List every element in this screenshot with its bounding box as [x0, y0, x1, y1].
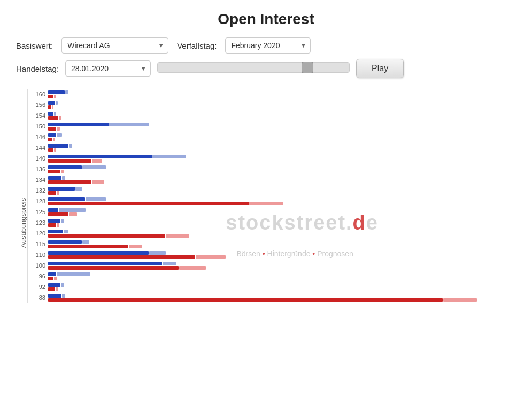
price-label: 150 — [28, 123, 48, 130]
red-bar — [48, 245, 128, 248]
red-bar — [48, 180, 91, 184]
price-label: 88 — [28, 294, 48, 301]
bars-container — [48, 239, 516, 249]
chart-area: Ausübungspreis 1601561541501461441401361… — [16, 89, 516, 356]
verfallstag-select-wrapper: February 2020 ▼ — [225, 37, 311, 54]
table-row: 128 — [28, 196, 516, 207]
basiswert-select[interactable]: Wirecard AG — [61, 37, 168, 54]
bars-container — [48, 153, 516, 164]
red-bar — [48, 116, 58, 120]
table-row: 92 — [28, 281, 516, 292]
blue-bar — [48, 283, 60, 287]
red-light-bar — [59, 116, 61, 120]
blue-light-bar — [86, 197, 106, 201]
blue-bar — [48, 144, 68, 148]
blue-light-bar — [109, 123, 149, 126]
blue-light-bar — [149, 251, 166, 255]
blue-light-bar — [56, 101, 58, 105]
bars-container — [48, 164, 516, 174]
bars-container — [48, 89, 516, 100]
table-row: 154 — [28, 110, 516, 121]
red-bar — [48, 191, 56, 195]
blue-bar — [48, 112, 53, 116]
bars-container — [48, 271, 516, 281]
red-light-bar — [179, 266, 206, 270]
price-label: 115 — [28, 241, 48, 247]
blue-bar — [48, 165, 82, 169]
red-bar — [48, 223, 56, 227]
chart-inner: 1601561541501461441401361341321281251231… — [27, 89, 516, 356]
blue-light-bar — [64, 230, 68, 233]
play-button[interactable]: Play — [356, 59, 404, 78]
blue-light-bar — [62, 294, 65, 298]
blue-light-bar — [163, 262, 176, 265]
red-bar — [48, 159, 91, 163]
red-bar — [48, 170, 60, 173]
red-bar — [48, 234, 165, 238]
blue-bar — [48, 294, 61, 298]
price-label: 154 — [28, 112, 48, 119]
red-bar — [48, 212, 68, 216]
red-bar — [48, 138, 52, 141]
price-label: 132 — [28, 187, 48, 194]
timeline-slider[interactable] — [157, 62, 350, 73]
basiswert-label: Basiswert: — [16, 41, 53, 50]
bars-container — [48, 121, 516, 132]
table-row: 115 — [28, 239, 516, 249]
bars-container — [48, 260, 516, 271]
verfallstag-select[interactable]: February 2020 — [225, 37, 311, 54]
blue-light-bar — [61, 283, 64, 287]
red-bar — [48, 127, 56, 131]
table-row: 123 — [28, 217, 516, 228]
controls-row-1: Basiswert: Wirecard AG ▼ Verfallstag: Fe… — [16, 37, 516, 54]
blue-bar — [48, 240, 82, 244]
table-row: 96 — [28, 271, 516, 281]
blue-bar — [48, 262, 162, 265]
blue-light-bar — [82, 240, 89, 244]
blue-bar — [48, 230, 63, 233]
red-light-bar — [54, 277, 57, 280]
blue-light-bar — [152, 155, 186, 158]
red-light-bar — [443, 298, 477, 302]
blue-light-bar — [69, 144, 72, 148]
bars-container — [48, 132, 516, 142]
red-bar — [48, 95, 53, 98]
table-row: 136 — [28, 164, 516, 174]
blue-light-bar — [57, 272, 90, 276]
bars-container — [48, 196, 516, 207]
table-row: 132 — [28, 185, 516, 196]
table-row: 125 — [28, 207, 516, 217]
verfallstag-label: Verfallstag: — [177, 41, 217, 50]
handelstag-select[interactable]: 28.01.2020 — [65, 60, 151, 77]
table-row: 150 — [28, 121, 516, 132]
table-row: 146 — [28, 132, 516, 142]
bars-container — [48, 292, 516, 303]
red-light-bar — [61, 170, 64, 173]
blue-bar — [48, 176, 61, 180]
table-row: 100 — [28, 260, 516, 271]
price-label: 100 — [28, 262, 48, 269]
red-light-bar — [54, 148, 56, 152]
price-label: 136 — [28, 166, 48, 172]
price-label: 128 — [28, 198, 48, 204]
blue-bar — [48, 123, 109, 126]
red-light-bar — [52, 105, 53, 109]
table-row: 144 — [28, 142, 516, 153]
price-label: 140 — [28, 155, 48, 162]
blue-bar — [48, 197, 85, 201]
page-container: Open Interest Basiswert: Wirecard AG ▼ V… — [0, 0, 532, 367]
table-row: 134 — [28, 174, 516, 185]
blue-bar — [48, 101, 55, 105]
price-label: 120 — [28, 230, 48, 237]
blue-light-bar — [82, 165, 106, 169]
bars-container — [48, 100, 516, 110]
bars-container — [48, 142, 516, 153]
handelstag-label: Handelstag: — [16, 64, 59, 73]
blue-bar — [48, 272, 56, 276]
price-label: 160 — [28, 91, 48, 97]
page-title: Open Interest — [16, 11, 516, 28]
red-light-bar — [53, 138, 55, 141]
price-label: 125 — [28, 209, 48, 215]
price-label: 123 — [28, 219, 48, 226]
y-axis-label: Ausübungspreis — [16, 89, 27, 356]
